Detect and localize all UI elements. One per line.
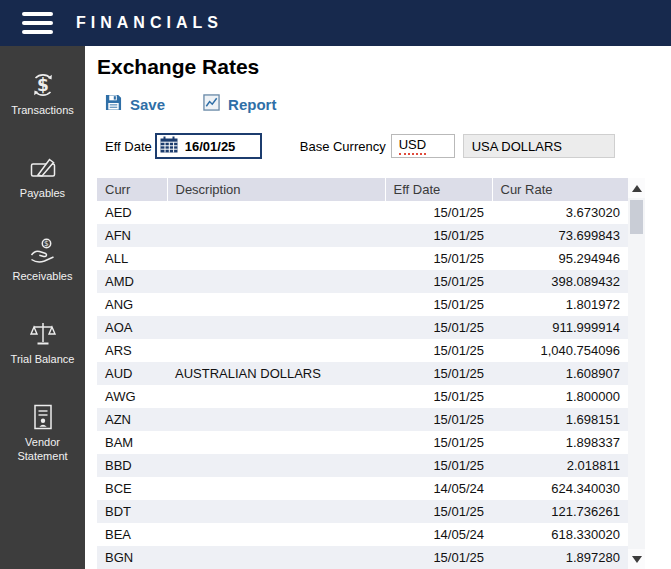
calendar-icon[interactable] [160,136,178,156]
cell-eff-date: 15/01/25 [385,201,492,224]
cell-cur-rate: 1.698151 [492,408,628,431]
table-row[interactable]: BEA14/05/24618.330020 [97,523,628,546]
cell-cur-rate: 624.340030 [492,477,628,500]
cell-curr: AMD [97,270,167,293]
column-header-cur-rate[interactable]: Cur Rate [492,178,628,201]
table-row[interactable]: AMD15/01/25398.089432 [97,270,628,293]
sidebar: $ Transactions Payables [0,46,85,569]
cell-cur-rate: 618.330020 [492,523,628,546]
cell-description [167,477,385,500]
cell-description [167,224,385,247]
report-button-label: Report [228,96,276,113]
table-row[interactable]: AOA15/01/25911.999914 [97,316,628,339]
report-button[interactable]: Report [203,94,276,114]
cell-curr: ALL [97,247,167,270]
trial-balance-scale-icon [28,319,58,349]
sidebar-item-label: Receivables [11,269,75,283]
table-row[interactable]: AFN15/01/2573.699843 [97,224,628,247]
table-row[interactable]: BBD15/01/252.018811 [97,454,628,477]
cell-eff-date: 15/01/25 [385,339,492,362]
cell-cur-rate: 1,040.754096 [492,339,628,362]
cell-eff-date: 15/01/25 [385,385,492,408]
report-chart-icon [203,94,220,114]
eff-date-label: Eff Date [105,139,152,154]
scroll-down-button[interactable] [628,549,645,569]
column-header-curr[interactable]: Curr [97,178,167,201]
cell-curr: BBD [97,454,167,477]
cell-cur-rate: 1.801972 [492,293,628,316]
top-bar: FINANCIALS [0,0,671,46]
base-currency-code: USD [399,137,426,155]
rates-table-area: Curr Description Eff Date Cur Rate AED15… [97,178,671,569]
receivables-hand-icon: $ [28,236,58,266]
cell-description [167,247,385,270]
sidebar-item-label: Transactions [9,103,76,117]
table-row[interactable]: AED15/01/253.673020 [97,201,628,224]
base-currency-label: Base Currency [300,139,386,154]
base-currency-input[interactable]: USD [391,134,455,158]
column-header-description[interactable]: Description [167,178,385,201]
scroll-up-arrow-icon [632,185,642,192]
table-row[interactable]: AWG15/01/251.800000 [97,385,628,408]
table-row[interactable]: ALL15/01/2595.294946 [97,247,628,270]
sidebar-item-receivables[interactable]: $ Receivables [0,236,85,283]
rates-table: Curr Description Eff Date Cur Rate AED15… [97,178,628,569]
cell-eff-date: 15/01/25 [385,293,492,316]
eff-date-input[interactable] [178,139,256,154]
table-row[interactable]: BAM15/01/251.898337 [97,431,628,454]
cell-description [167,293,385,316]
toolbar: Save Report [105,94,671,114]
cell-description [167,500,385,523]
cell-cur-rate: 73.699843 [492,224,628,247]
vertical-scrollbar[interactable] [628,178,645,569]
vendor-statement-document-icon [28,402,58,432]
cell-cur-rate: 1.608907 [492,362,628,385]
cell-cur-rate: 398.089432 [492,270,628,293]
table-row[interactable]: ARS15/01/251,040.754096 [97,339,628,362]
rates-table-body: AED15/01/253.673020AFN15/01/2573.699843A… [97,201,628,569]
cell-eff-date: 15/01/25 [385,500,492,523]
filter-form: Eff Date [105,133,671,159]
cell-eff-date: 15/01/25 [385,270,492,293]
cell-description [167,546,385,569]
cell-curr: BEA [97,523,167,546]
table-row[interactable]: BCE14/05/24624.340030 [97,477,628,500]
cell-eff-date: 15/01/25 [385,316,492,339]
cell-curr: AWG [97,385,167,408]
cell-curr: ARS [97,339,167,362]
cell-eff-date: 15/01/25 [385,431,492,454]
cell-curr: AFN [97,224,167,247]
sidebar-item-payables[interactable]: Payables [0,153,85,200]
sidebar-item-label: Trial Balance [9,352,77,366]
save-button[interactable]: Save [105,94,165,114]
cell-description [167,431,385,454]
column-header-eff-date[interactable]: Eff Date [385,178,492,201]
cell-eff-date: 15/01/25 [385,362,492,385]
eff-date-field [155,133,262,159]
cell-cur-rate: 121.736261 [492,500,628,523]
app-title: FINANCIALS [76,14,223,32]
cell-eff-date: 15/01/25 [385,247,492,270]
table-row[interactable]: AUDAUSTRALIAN DOLLARS15/01/251.608907 [97,362,628,385]
menu-button[interactable] [22,12,53,34]
cell-cur-rate: 95.294946 [492,247,628,270]
scrollbar-track[interactable] [628,198,645,549]
page-title: Exchange Rates [97,55,671,79]
table-row[interactable]: ANG15/01/251.801972 [97,293,628,316]
cell-cur-rate: 1.898337 [492,431,628,454]
cell-curr: BGN [97,546,167,569]
base-currency-name-field: USA DOLLARS [463,134,615,158]
table-row[interactable]: BDT15/01/25121.736261 [97,500,628,523]
table-row[interactable]: BGN15/01/251.897280 [97,546,628,569]
sidebar-item-transactions[interactable]: $ Transactions [0,70,85,117]
cell-cur-rate: 1.897280 [492,546,628,569]
sidebar-item-label: Payables [18,186,67,200]
cell-curr: AUD [97,362,167,385]
sidebar-item-trial-balance[interactable]: Trial Balance [0,319,85,366]
table-row[interactable]: AZN15/01/251.698151 [97,408,628,431]
sidebar-item-vendor-statement[interactable]: Vendor Statement [0,402,85,463]
svg-text:$: $ [44,239,49,248]
scrollbar-thumb[interactable] [630,200,643,234]
scroll-up-button[interactable] [628,178,645,198]
cell-cur-rate: 3.673020 [492,201,628,224]
